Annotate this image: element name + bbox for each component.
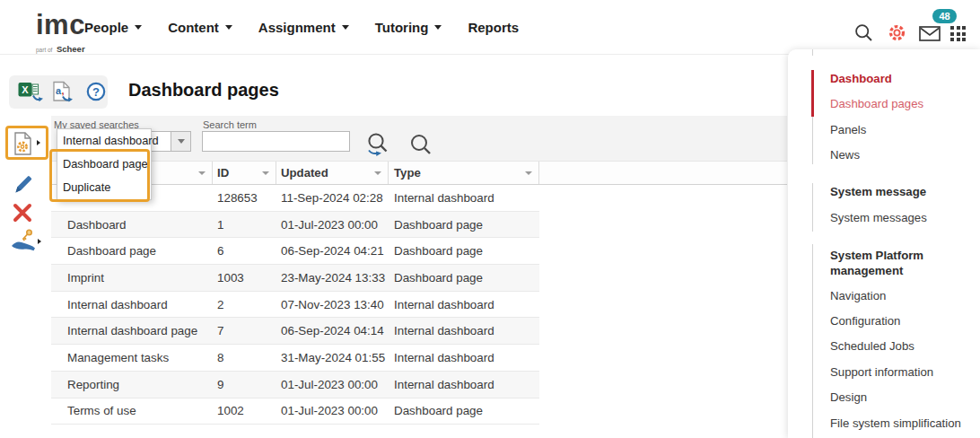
column-header-updated[interactable]: Updated (276, 162, 389, 184)
sidebar-item-scheduled-jobs[interactable]: Scheduled Jobs (830, 339, 914, 353)
imc-logo: imc part of Scheer (36, 11, 85, 55)
sidebar-item-configuration[interactable]: Configuration (830, 314, 900, 328)
delete-button[interactable] (12, 202, 33, 227)
svg-text:?: ? (92, 85, 100, 99)
column-header-id[interactable]: ID (213, 162, 276, 184)
search-term-label: Search term (203, 119, 257, 130)
export-file-icon[interactable]: a , (51, 81, 75, 108)
create-page-context-menu: Internal dashboard Dashboard page Duplic… (57, 128, 152, 200)
table-row[interactable]: Management tasks 8 31-May-2024 01:55 Int… (51, 345, 539, 372)
table-row[interactable]: Dashboard 1 01-Jul-2023 00:00 Dashboard … (51, 212, 539, 239)
page-title: Dashboard pages (128, 80, 279, 101)
admin-sidebar: Dashboard Dashboard pages Panels News Sy… (788, 49, 980, 438)
main-navigation: People Content Assignment Tutoring Repor… (79, 0, 524, 54)
sidebar-item-news[interactable]: News (830, 148, 860, 162)
svg-text:,: , (61, 85, 64, 96)
filter-dropdown-icon[interactable] (198, 171, 206, 175)
chevron-down-icon (225, 25, 232, 30)
table-row[interactable]: Reporting 9 01-Jul-2023 00:00 Internal d… (51, 372, 539, 399)
sidebar-item-support-information[interactable]: Support information (830, 365, 933, 379)
app-grid-icon[interactable] (950, 26, 966, 41)
sidebar-item-design[interactable]: Design (830, 390, 867, 404)
sidebar-section-system-message[interactable]: System message (830, 185, 926, 198)
sidebar-item-navigation[interactable]: Navigation (830, 289, 886, 302)
chevron-down-icon (342, 25, 349, 30)
chevron-down-icon (178, 139, 185, 144)
select-dropdown-button[interactable] (171, 132, 190, 151)
menu-item-dashboard-page[interactable]: Dashboard page (57, 153, 151, 176)
search-icon[interactable] (854, 23, 873, 46)
table-row[interactable]: Terms of use 1002 01-Jul-2023 00:00 Dash… (51, 399, 539, 425)
sidebar-rail (812, 183, 814, 232)
edit-button[interactable] (12, 172, 33, 199)
nav-item-assignment[interactable]: Assignment (253, 14, 354, 40)
sidebar-rail (812, 117, 814, 164)
filter-dropdown-icon[interactable] (262, 171, 269, 175)
table-body: Bookshelf 128653 11-Sep-2024 02:28 Inter… (51, 185, 539, 425)
search-term-input[interactable] (202, 131, 350, 152)
run-saved-search-icon[interactable] (364, 131, 391, 162)
table-row[interactable]: Internal dashboard page 7 06-Sep-2024 04… (51, 318, 539, 345)
menu-item-duplicate[interactable]: Duplicate (57, 176, 151, 199)
logo-text: imc (36, 11, 85, 39)
nav-item-content[interactable]: Content (162, 14, 238, 40)
sidebar-rail (812, 244, 814, 438)
column-header-filler (539, 162, 787, 184)
table-header-row: ID Updated Type (51, 161, 787, 185)
gear-icon[interactable] (887, 22, 907, 47)
nav-item-tutoring[interactable]: Tutoring (370, 14, 448, 40)
svg-text:X: X (22, 84, 29, 95)
create-page-button[interactable] (12, 131, 35, 160)
top-header-bar: imc part of Scheer People Content Assign… (0, 0, 980, 55)
page-toolbar: X a , ? (9, 75, 108, 109)
nav-item-people[interactable]: People (79, 14, 147, 40)
sidebar-active-rail (811, 70, 814, 117)
app-window: imc part of Scheer People Content Assign… (0, 0, 980, 438)
sidebar-item-file-system-simplification[interactable]: File system simplification (830, 416, 961, 430)
filter-dropdown-icon[interactable] (374, 171, 381, 175)
sidebar-item-dashboard-pages[interactable]: Dashboard pages (830, 97, 923, 110)
assign-permissions-button[interactable] (10, 228, 39, 257)
help-icon[interactable]: ? (85, 81, 107, 106)
table-row[interactable]: Internal dashboard 2 07-Nov-2023 13:40 I… (51, 292, 539, 319)
search-submit-icon[interactable] (409, 133, 433, 160)
mail-icon[interactable] (919, 26, 941, 46)
table-row[interactable]: Dashboard page 6 06-Sep-2024 04:21 Dashb… (51, 238, 539, 265)
sidebar-section-dashboard[interactable]: Dashboard (830, 72, 892, 85)
sidebar-item-panels[interactable]: Panels (830, 123, 866, 136)
chevron-right-icon (38, 239, 41, 244)
chevron-down-icon (434, 25, 442, 30)
logo-subtext: part of Scheer (36, 40, 85, 55)
sidebar-rail (812, 49, 814, 56)
column-header-type[interactable]: Type (389, 162, 539, 184)
nav-item-reports[interactable]: Reports (462, 14, 524, 40)
sidebar-section-system-platform-management[interactable]: System Platform management (830, 248, 956, 278)
sidebar-item-system-messages[interactable]: System messages (830, 211, 927, 224)
export-excel-icon[interactable]: X (18, 80, 44, 108)
table-row[interactable]: Imprint 1003 23-May-2024 13:33 Dashboard… (51, 265, 539, 292)
chevron-right-icon (37, 140, 40, 145)
chevron-down-icon (135, 25, 142, 30)
filter-dropdown-icon[interactable] (525, 171, 532, 175)
menu-item-internal-dashboard[interactable]: Internal dashboard (57, 129, 151, 153)
mail-badge: 48 (932, 9, 957, 23)
